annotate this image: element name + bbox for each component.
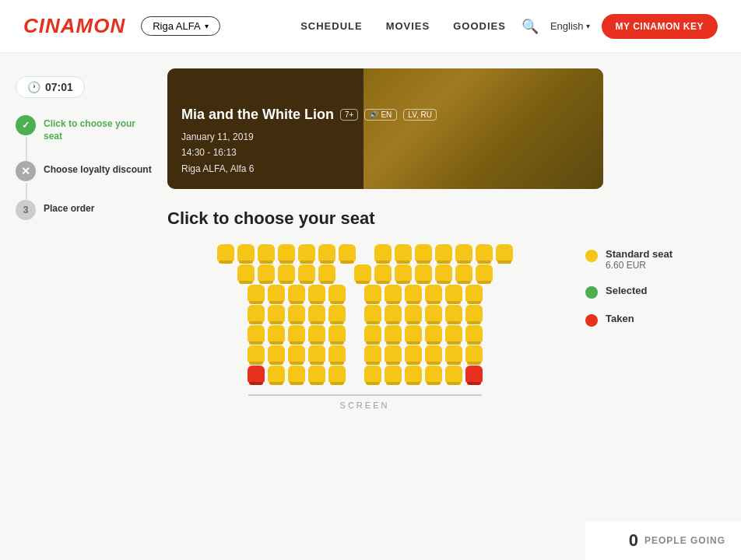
seat[interactable] (328, 305, 346, 322)
seat[interactable] (328, 345, 346, 362)
seat[interactable] (278, 244, 295, 261)
seat[interactable] (318, 244, 335, 261)
seat[interactable] (445, 366, 462, 383)
seat[interactable] (258, 244, 275, 261)
seat[interactable] (445, 325, 462, 342)
legend-selected-label: Selected (606, 285, 647, 296)
nav-movies[interactable]: MOVIES (386, 20, 430, 32)
seat[interactable] (405, 345, 422, 362)
screen-line (248, 394, 482, 396)
seat[interactable] (288, 345, 305, 362)
banner-content: Mia and the White Lion 7+ 🔊 EN LV, RU Ja… (167, 94, 451, 189)
seat[interactable] (465, 285, 483, 302)
seat[interactable] (395, 264, 412, 282)
seat[interactable] (364, 305, 381, 322)
nav-schedule[interactable]: SCHEDULE (300, 20, 363, 32)
seat[interactable] (288, 305, 305, 322)
seat[interactable] (476, 264, 493, 282)
seat[interactable] (425, 325, 442, 342)
seat[interactable] (248, 305, 265, 322)
seat[interactable] (308, 366, 325, 383)
seat[interactable] (445, 305, 462, 322)
seat[interactable] (435, 244, 452, 261)
seat[interactable] (268, 345, 285, 362)
my-cinamon-key-button[interactable]: MY CINAMON KEY (602, 14, 718, 39)
seat[interactable] (465, 345, 483, 362)
seat[interactable] (445, 285, 462, 302)
step-2-circle: ✕ (16, 161, 36, 181)
seat[interactable] (374, 244, 392, 261)
seat[interactable] (415, 244, 432, 261)
seat[interactable] (328, 366, 346, 383)
seat[interactable] (385, 366, 402, 383)
seat[interactable] (308, 305, 325, 322)
seat[interactable] (288, 325, 305, 342)
seat[interactable] (455, 264, 472, 282)
seat-row (237, 264, 493, 282)
seat[interactable] (237, 264, 255, 282)
seat[interactable] (268, 285, 285, 302)
header: CINAMON Riga ALFA ▾ SCHEDULE MOVIES GOOD… (0, 0, 741, 53)
seat[interactable] (465, 305, 483, 322)
seat[interactable] (268, 305, 285, 322)
seat[interactable] (354, 264, 371, 282)
seat[interactable] (405, 366, 422, 383)
seat[interactable] (298, 244, 315, 261)
seat[interactable] (385, 285, 402, 302)
seat[interactable] (385, 325, 402, 342)
seat[interactable] (328, 285, 346, 302)
seat[interactable] (374, 264, 392, 282)
legend-standard: Standard seat 6.60 EUR (585, 248, 725, 271)
search-icon[interactable]: 🔍 (522, 18, 539, 35)
seat[interactable] (425, 285, 442, 302)
seat[interactable] (405, 325, 422, 342)
section-title: Click to choose your seat (167, 208, 725, 229)
seat[interactable] (385, 305, 402, 322)
seat[interactable] (405, 305, 422, 322)
seat[interactable] (425, 345, 442, 362)
seat[interactable] (258, 264, 275, 282)
seat[interactable] (415, 264, 432, 282)
seat[interactable] (268, 325, 285, 342)
seat[interactable] (268, 366, 285, 383)
seat[interactable] (364, 325, 381, 342)
seat[interactable] (328, 325, 346, 342)
seat[interactable] (425, 366, 442, 383)
seat[interactable] (445, 345, 462, 362)
seat[interactable] (308, 345, 325, 362)
seat[interactable] (405, 285, 422, 302)
seat[interactable] (385, 345, 402, 362)
seat[interactable] (278, 264, 295, 282)
legend: Standard seat 6.60 EUR Selected Taken (585, 244, 725, 410)
seat[interactable] (455, 244, 472, 261)
selected-dot (585, 286, 598, 299)
seat[interactable] (476, 244, 493, 261)
seat-map (167, 244, 562, 383)
seat[interactable] (364, 345, 381, 362)
seat[interactable] (308, 325, 325, 342)
seat[interactable] (308, 285, 325, 302)
seat[interactable] (248, 325, 265, 342)
seat[interactable] (288, 285, 305, 302)
seat[interactable] (217, 244, 234, 261)
legend-taken-label: Taken (606, 313, 634, 324)
location-button[interactable]: Riga ALFA ▾ (141, 16, 219, 36)
seat[interactable] (288, 366, 305, 383)
seat[interactable] (364, 285, 381, 302)
seat[interactable] (248, 345, 265, 362)
step-1-circle: ✓ (16, 115, 36, 135)
legend-selected: Selected (585, 285, 725, 299)
language-button[interactable]: English ▾ (550, 20, 590, 32)
seat[interactable] (425, 305, 442, 322)
seat[interactable] (395, 244, 412, 261)
seat[interactable] (496, 244, 513, 261)
nav-goodies[interactable]: GOODIES (453, 20, 506, 32)
seat[interactable] (339, 244, 356, 261)
seat[interactable] (298, 264, 315, 282)
seat[interactable] (465, 325, 483, 342)
seat[interactable] (435, 264, 452, 282)
seat[interactable] (248, 285, 265, 302)
seat[interactable] (318, 264, 335, 282)
seat[interactable] (364, 366, 381, 383)
seat[interactable] (237, 244, 255, 261)
